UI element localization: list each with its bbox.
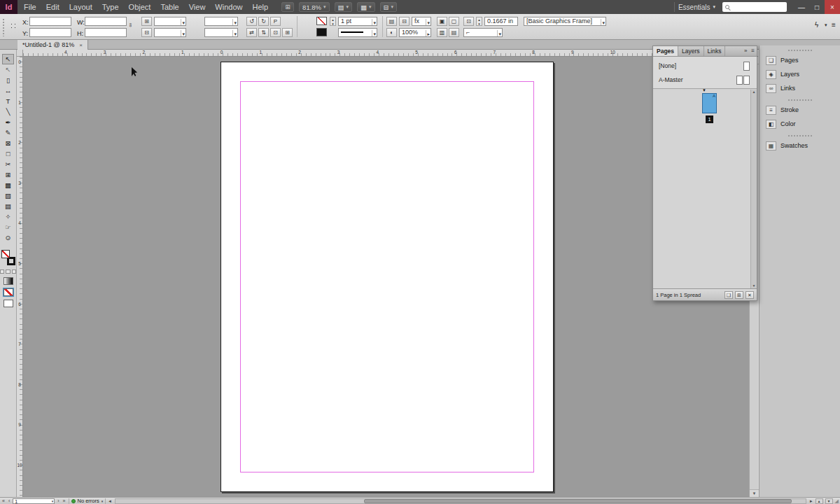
menu-item[interactable]: File [19,0,41,14]
document-tab[interactable]: *Untitled-1 @ 81% × [18,40,88,50]
chevron-down-icon[interactable]: ▾ [102,499,104,503]
menu-item[interactable]: Help [247,0,273,14]
shear-angle-input[interactable]: ▾ [204,28,238,37]
horizontal-ruler[interactable]: 4321012345678910 [23,50,758,57]
align-center-icon[interactable]: ▤ [449,28,459,37]
search-input[interactable] [722,2,787,12]
chevron-down-icon[interactable]: ▾ [825,22,827,28]
frame-fitting-button[interactable]: ⊡ [463,17,474,26]
horizontal-scrollbar[interactable] [115,498,806,504]
page-thumbnail[interactable]: A [702,93,717,113]
free-transform-tool[interactable]: ⊞ [2,169,14,180]
stroke-color-swatch[interactable] [316,17,327,25]
ruler-origin-corner[interactable] [17,50,23,57]
bridge-icon[interactable]: ⊞ [281,2,294,12]
quick-apply-icon[interactable]: ϟ [815,21,818,29]
scroll-down-icon[interactable]: ▼ [750,489,759,497]
rectangle-frame-tool[interactable]: ⊠ [2,138,14,148]
zoom-level-dropdown[interactable]: 81.8% ▾ [299,2,329,12]
dock-item[interactable]: ◧ Color [760,117,840,131]
next-page-button[interactable]: › [57,498,59,503]
stroke-weight-dropdown[interactable]: 1 pt▾ [338,17,377,26]
x-input[interactable] [29,17,71,26]
dock-item[interactable]: ▦ Swatches [760,139,840,153]
dock-drag-handle[interactable] [788,99,812,101]
flip-horizontal-button[interactable]: ⇄ [246,28,257,37]
pasteboard[interactable] [23,57,749,497]
dock-drag-handle[interactable] [788,135,812,136]
document-page[interactable] [220,62,554,492]
maximize-button[interactable]: □ [809,0,825,14]
gradient-swatch-tool[interactable]: ▩ [2,180,14,190]
constrain-dimensions-icon[interactable]: ∞ [127,23,134,27]
pencil-tool[interactable]: ✎ [2,127,14,138]
screen-mode-dropdown[interactable]: ▦ ▾ [357,2,375,12]
panel-menu-icon[interactable]: ≡ [749,46,757,56]
scroll-down-icon[interactable]: ▾ [825,498,833,504]
menu-item[interactable]: Window [210,0,247,14]
scroll-up-icon[interactable]: ▴ [816,498,823,504]
scroll-right-icon[interactable]: ▸ [809,498,813,504]
last-page-button[interactable]: » [62,498,66,503]
vertical-ruler[interactable]: 012345678910 [17,57,23,497]
panel-tab[interactable]: Links [704,46,726,56]
horizontal-scrollbar-thumb[interactable] [364,499,792,503]
panel-tab[interactable]: Layers [678,46,704,56]
fill-stroke-indicator[interactable] [1,250,15,265]
panel-menu-icon[interactable]: ≡ [832,21,836,29]
reference-point-proxy[interactable] [10,22,18,30]
close-button[interactable]: × [825,0,840,14]
dock-item[interactable]: ◈ Layers [760,67,840,81]
menu-item[interactable]: View [184,0,211,14]
wrap-none-button[interactable]: ▣ [437,17,447,26]
zoom-tool[interactable]: ⊙ [2,232,14,243]
selection-tool[interactable]: ↖ [2,54,14,64]
panel-grip[interactable] [2,18,6,36]
new-page-button[interactable]: ⊞ [735,291,743,299]
select-container-button[interactable]: ⊡ [270,28,281,37]
scroll-up-icon[interactable]: ▲ [752,90,756,94]
menu-item[interactable]: Layout [64,0,97,14]
swap-fill-stroke-button[interactable] [6,270,10,274]
master-row[interactable]: A-Master [653,73,757,87]
fill-swatch[interactable] [1,250,10,258]
delete-page-button[interactable]: ✕ [746,291,754,299]
note-tool[interactable]: ▤ [2,201,14,211]
minimize-button[interactable]: — [794,0,809,14]
previous-page-button[interactable]: ‹ [8,498,10,503]
panel-tab[interactable]: Pages [653,46,678,56]
menu-item[interactable]: Type [97,0,124,14]
edit-spread-button[interactable]: ❏ [724,291,733,299]
view-options-dropdown[interactable]: ▤ ▾ [335,2,353,12]
flip-vertical-button[interactable]: ⇅ [258,28,269,37]
align-left-icon[interactable]: ▥ [437,28,447,37]
apply-gradient-button[interactable] [4,277,13,285]
eyedropper-tool[interactable]: ✧ [2,211,14,222]
y-input[interactable] [29,28,71,37]
gap-tool[interactable]: ↔ [2,85,14,96]
rotate-cw-button[interactable]: ↻ [258,17,269,26]
scale-x-input[interactable]: ▾ [154,17,186,26]
object-style-dropdown[interactable]: [Basic Graphics Frame]▾ [524,17,606,26]
hand-tool[interactable]: ☞ [2,222,14,232]
screen-mode-button[interactable] [4,300,13,307]
rotation-angle-input[interactable]: ▾ [204,17,238,26]
page-tool[interactable]: ▯ [2,75,14,85]
h-input[interactable] [85,28,127,37]
menu-item[interactable]: Edit [41,0,64,14]
opacity-dropdown[interactable]: 100%▸ [399,28,431,37]
line-tool[interactable]: ╲ [2,106,14,117]
wrap-around-button[interactable]: ▢ [449,17,459,26]
scroll-left-icon[interactable]: ◂ [108,498,112,504]
page-number-badge[interactable]: 1 [706,115,713,123]
rectangle-tool[interactable]: □ [2,148,14,159]
type-tool[interactable]: T [2,96,14,106]
formatting-affects-button[interactable] [12,270,16,274]
corner-shape-dropdown[interactable]: ⌐▾ [463,28,503,37]
effects-fx-dropdown[interactable]: fx▾ [412,17,431,26]
stroke-style-dropdown[interactable]: ▾ [338,28,377,37]
rotate-ccw-button[interactable]: ↺ [246,17,257,26]
scroll-down-icon[interactable]: ▼ [751,284,757,288]
select-content-button[interactable]: ⊞ [282,28,293,37]
first-page-button[interactable]: « [1,498,6,503]
